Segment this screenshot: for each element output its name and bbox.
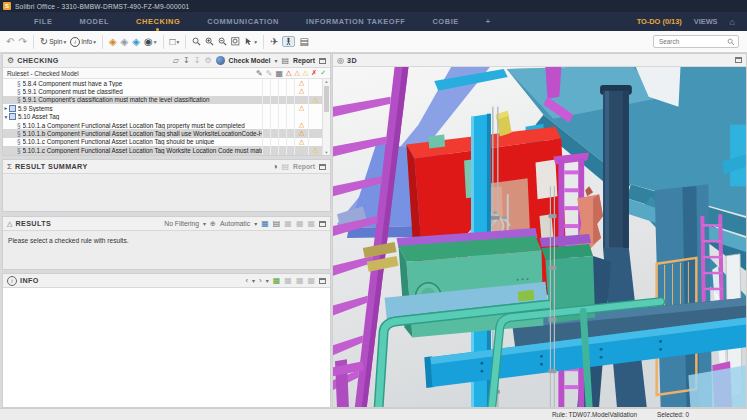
fly-mode-icon[interactable]: ✈ bbox=[270, 36, 278, 47]
menu-item-checking[interactable]: CHECKING bbox=[136, 17, 180, 26]
results-box3-icon[interactable]: ▦ bbox=[307, 219, 315, 228]
filter-rejected-icon[interactable]: ✗ bbox=[311, 69, 317, 77]
empty-cell bbox=[278, 87, 286, 95]
info-active-icon[interactable]: ▦ bbox=[273, 276, 281, 285]
viewport-maximize-icon[interactable] bbox=[735, 57, 742, 63]
zoom-fit-icon[interactable] bbox=[231, 37, 240, 46]
select-tool-button[interactable]: ▾ bbox=[244, 37, 257, 46]
ruleset-group-row[interactable]: ▾5.10 Asset Tag bbox=[3, 113, 322, 121]
info-title: INFO bbox=[20, 276, 39, 285]
rule-row[interactable]: §5.9.1 Component's classification must m… bbox=[3, 96, 322, 104]
model-viewport[interactable] bbox=[333, 67, 746, 407]
severity-cell bbox=[308, 104, 322, 112]
empty-cell bbox=[286, 113, 294, 121]
settings-gear-icon[interactable]: ⚙ bbox=[204, 56, 211, 65]
highlight-tool-button[interactable]: ◉▾ bbox=[144, 36, 157, 47]
severity-icon: △ bbox=[308, 96, 322, 104]
info-icon: i bbox=[70, 37, 80, 47]
views-button[interactable]: VIEWS bbox=[694, 17, 718, 26]
rule-row[interactable]: §5.10.1.b Component Functional Asset Loc… bbox=[3, 129, 322, 137]
info-box3-icon[interactable]: ▦ bbox=[307, 276, 315, 285]
filter-critical-icon[interactable]: △ bbox=[286, 69, 291, 77]
results-box1-icon[interactable]: ▦ bbox=[284, 219, 292, 228]
summary-maximize-icon[interactable] bbox=[319, 164, 326, 170]
import-disabled-icon[interactable]: ↧ bbox=[194, 56, 201, 65]
summary-report-button[interactable]: Report bbox=[293, 163, 315, 170]
zoom-in-icon[interactable] bbox=[205, 37, 214, 46]
ruleset-label: Ruleset - Checked Model bbox=[7, 70, 79, 77]
edit-rule-icon[interactable]: ✎ bbox=[256, 69, 263, 78]
zoom-out-icon[interactable] bbox=[218, 37, 227, 46]
info-tool-button[interactable]: i Info ▾ bbox=[70, 37, 96, 47]
show-model-tool-icon[interactable]: ◈ bbox=[109, 36, 117, 47]
info-maximize-icon[interactable] bbox=[319, 278, 326, 284]
menu-item-file[interactable]: FILE bbox=[34, 17, 52, 26]
green-strip[interactable] bbox=[518, 290, 535, 302]
solibri-logo-icon: S bbox=[3, 2, 11, 10]
severity-icon: △ bbox=[294, 138, 308, 146]
severity-cell bbox=[308, 87, 322, 95]
zoom-tool-icon[interactable] bbox=[192, 37, 201, 46]
rule-row[interactable]: §5.10.1.c Component Functional Asset Loc… bbox=[3, 138, 322, 146]
grid-view-icon[interactable]: ▦ bbox=[276, 69, 284, 78]
filter-accepted-icon[interactable]: ✓ bbox=[320, 69, 326, 77]
menu-item-model[interactable]: MODEL bbox=[79, 17, 109, 26]
ruleset-tree[interactable]: §5.8.4 Component must have a Type△§5.9.1… bbox=[3, 79, 330, 155]
empty-cell bbox=[286, 79, 294, 87]
hide-tool-icon[interactable]: ◈ bbox=[121, 36, 129, 47]
spin-tool-button[interactable]: ↻ Spin ▾ bbox=[40, 36, 66, 47]
check-model-button[interactable]: Check Model bbox=[229, 57, 271, 64]
rule-row[interactable]: §5.9.1 Component must be classified△ bbox=[3, 87, 322, 95]
rule-row[interactable]: §5.8.4 Component must have a Type△ bbox=[3, 79, 322, 87]
home-icon[interactable]: ⌂ bbox=[730, 17, 735, 27]
automatic-dropdown[interactable]: Automatic bbox=[220, 220, 250, 227]
layers-icon[interactable]: ▤ bbox=[299, 36, 308, 47]
menu-item-cobie[interactable]: COBIE bbox=[432, 17, 458, 26]
severity-icon: △ bbox=[294, 121, 308, 129]
redo-button[interactable]: ↷ bbox=[18, 36, 26, 47]
search-input[interactable] bbox=[657, 37, 727, 46]
results-body: Please select a checked rule with result… bbox=[3, 231, 330, 269]
checking-report-button[interactable]: Report bbox=[293, 57, 315, 64]
transparent-tool-icon[interactable]: ◈ bbox=[132, 36, 140, 47]
severity-cell bbox=[294, 146, 308, 154]
empty-cell bbox=[262, 146, 270, 154]
empty-cell bbox=[262, 129, 270, 137]
todo-button[interactable]: TO-DO (0/13) bbox=[637, 17, 682, 26]
sectioning-tool-button[interactable]: □▾ bbox=[170, 36, 180, 47]
info-box2-icon[interactable]: ▦ bbox=[296, 276, 304, 285]
list-view-icon[interactable]: ▤ bbox=[273, 219, 281, 228]
import-icon[interactable]: ↧ bbox=[183, 56, 190, 65]
filter-moderate-icon[interactable]: △ bbox=[294, 69, 299, 77]
walk-mode-button[interactable] bbox=[282, 36, 295, 47]
rule-icon: § bbox=[17, 96, 21, 103]
rule-row[interactable]: §5.10.1.c Component Functional Asset Loc… bbox=[3, 146, 322, 154]
bim-model-3d[interactable] bbox=[333, 67, 746, 407]
info-next-icon[interactable]: › bbox=[259, 276, 262, 285]
checking-icon: ⚙ bbox=[7, 56, 14, 65]
undo-button[interactable]: ↶ bbox=[6, 36, 14, 47]
filter-dropdown[interactable]: No Filtering bbox=[164, 220, 199, 227]
menu-item-information-takeoff[interactable]: INFORMATION TAKEOFF bbox=[306, 17, 405, 26]
results-maximize-icon[interactable] bbox=[319, 221, 326, 227]
results-box2-icon[interactable]: ▦ bbox=[296, 219, 304, 228]
menu-item-communication[interactable]: COMMUNICATION bbox=[207, 17, 279, 26]
open-ruleset-icon[interactable]: ▱ bbox=[173, 56, 179, 65]
tree-scrollbar[interactable]: ▴ ▾ bbox=[322, 79, 330, 155]
empty-cell bbox=[270, 104, 278, 112]
edit-rule-disabled-icon[interactable]: ✎ bbox=[266, 69, 273, 78]
menu-item--[interactable]: + bbox=[486, 17, 491, 26]
summary-chart-icon[interactable]: ◑ bbox=[273, 162, 278, 171]
checking-report-icon: ▤ bbox=[282, 56, 290, 65]
ruleset-group-row[interactable]: ▸5.9 Systems△ bbox=[3, 104, 322, 112]
checking-maximize-icon[interactable] bbox=[319, 58, 326, 64]
filter-low-icon[interactable]: △ bbox=[303, 69, 308, 77]
empty-cell bbox=[278, 104, 286, 112]
info-prev-icon[interactable]: ‹ bbox=[245, 276, 248, 285]
info-box1-icon[interactable]: ▦ bbox=[284, 276, 292, 285]
ruleset-bar: Ruleset - Checked Model ✎ ✎ ▦ △ △ △ ✗ ✓ bbox=[3, 68, 330, 79]
search-box[interactable] bbox=[653, 35, 739, 48]
show-results-icon[interactable]: ▦ bbox=[261, 219, 269, 228]
empty-cell bbox=[270, 96, 278, 104]
rule-row[interactable]: §5.10.1.a Component Functional Asset Loc… bbox=[3, 121, 322, 129]
